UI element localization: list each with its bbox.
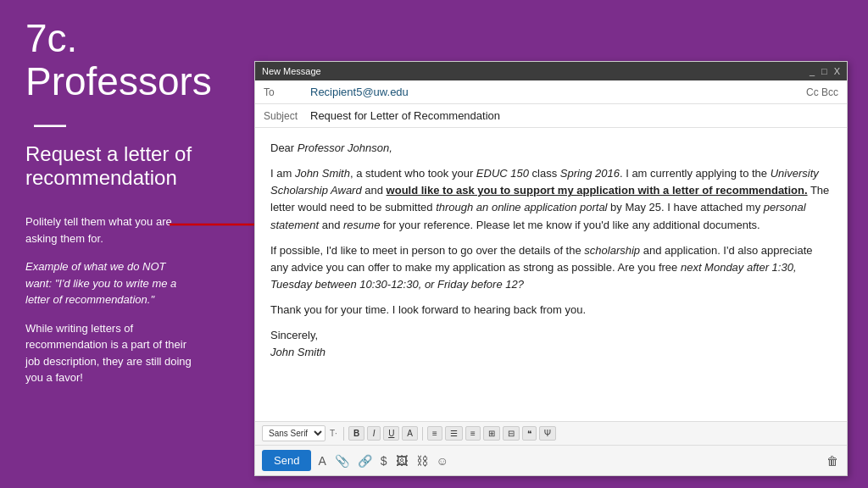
side-note-3: While writing letters of recommendation … [25, 320, 195, 386]
subject-label: Subject [264, 110, 310, 122]
to-label: To [264, 86, 310, 98]
title-dash: — [34, 106, 66, 142]
dollar-icon[interactable]: $ [379, 452, 389, 469]
left-panel: 7c. Professors — Request a letter of rec… [0, 0, 263, 488]
quote-button[interactable]: ❝ [522, 426, 537, 441]
side-note-2: Example of what we do NOT want: "I'd lik… [25, 258, 195, 308]
paragraph-2: If possible, I'd like to meet in person … [270, 242, 832, 293]
send-area: Send A 📎 🔗 $ 🖼 ⛓ ☺ [262, 450, 450, 471]
maximize-icon[interactable]: □ [821, 66, 827, 76]
bullets-button[interactable]: ☰ [445, 426, 463, 441]
email-subject-row: Subject Request for Letter of Recommenda… [255, 104, 847, 128]
title-text: 7c. Professors [25, 16, 212, 103]
chain-icon[interactable]: ⛓ [415, 452, 430, 469]
email-body: Dear Professor Johnson, I am John Smith,… [255, 128, 847, 421]
minimize-icon[interactable]: _ [810, 66, 815, 76]
italic-button[interactable]: I [367, 426, 381, 441]
font-select[interactable]: Sans Serif [262, 425, 326, 441]
send-button[interactable]: Send [262, 450, 311, 471]
title-row: 7c. Professors — Request a letter of rec… [25, 17, 237, 190]
font-size-label: T· [330, 429, 337, 438]
numbered-list-button[interactable]: ≡ [465, 426, 481, 441]
email-to-row: To Recipient5@uw.edu Cc Bcc [255, 80, 847, 104]
bold-button[interactable]: B [348, 426, 364, 441]
toolbar-divider-1 [343, 427, 344, 441]
outdent-button[interactable]: ⊟ [503, 426, 520, 441]
paragraph-3: Thank you for your time. I look forward … [270, 302, 832, 319]
window-titlebar: New Message _ □ X [255, 62, 847, 80]
text-color-button[interactable]: A [402, 426, 418, 441]
subject-value[interactable]: Request for Letter of Recommendation [310, 109, 500, 122]
delete-icon[interactable]: 🗑 [825, 452, 840, 469]
formatting-toolbar: Sans Serif T· B I U A ≡ ☰ ≡ ⊞ ⊟ ❝ Ψ [255, 421, 847, 445]
closing: Sincerely, John Smith [270, 327, 832, 361]
window-title: New Message [262, 66, 321, 76]
link-icon[interactable]: 🔗 [356, 452, 374, 469]
underline-button[interactable]: U [383, 426, 399, 441]
send-toolbar: Send A 📎 🔗 $ 🖼 ⛓ ☺ 🗑 [255, 445, 847, 475]
page-subtitle: Request a letter of recommendation [25, 142, 237, 190]
window-controls: _ □ X [810, 66, 840, 76]
page-title: 7c. Professors [25, 17, 237, 103]
photo-icon[interactable]: 🖼 [394, 452, 409, 469]
toolbar-divider-2 [422, 427, 423, 441]
cc-bcc[interactable]: Cc Bcc [806, 86, 838, 98]
greeting: Dear Professor Johnson, [270, 140, 832, 157]
close-icon[interactable]: X [834, 66, 840, 76]
emoji-icon[interactable]: ☺ [435, 452, 450, 469]
email-window: New Message _ □ X To Recipient5@uw.edu C… [254, 61, 848, 476]
format-icon[interactable]: A [316, 452, 327, 469]
to-value[interactable]: Recipient5@uw.edu [310, 86, 806, 98]
indent-button[interactable]: ⊞ [483, 426, 500, 441]
attach-icon[interactable]: 📎 [333, 452, 351, 469]
clear-format-button[interactable]: Ψ [539, 426, 556, 441]
paragraph-1: I am John Smith, a student who took your… [270, 165, 832, 234]
align-left-button[interactable]: ≡ [427, 426, 442, 441]
